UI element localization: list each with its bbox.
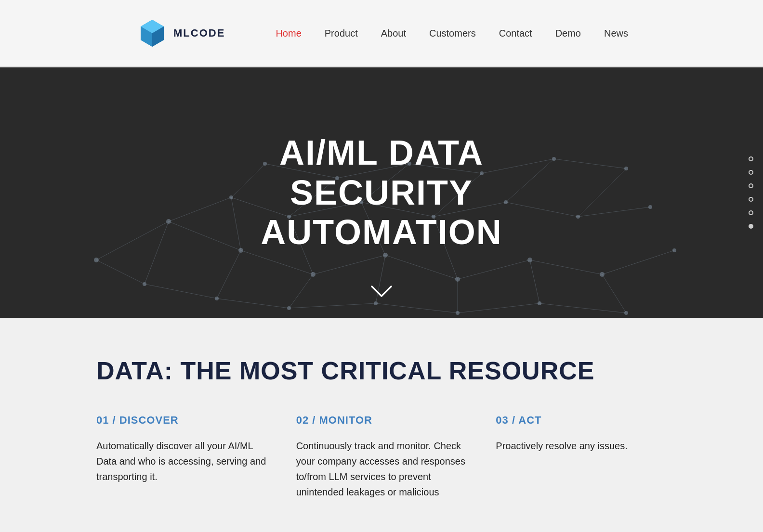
- svg-point-50: [94, 258, 99, 262]
- svg-point-56: [527, 258, 532, 262]
- slide-dot-1[interactable]: [749, 156, 753, 161]
- slide-dots: [749, 156, 753, 229]
- card-3-number: 03 / ACT: [496, 414, 667, 427]
- svg-point-63: [576, 215, 580, 219]
- hero-title: AI/ML DATA SECURITY AUTOMATION: [261, 133, 502, 252]
- main-nav: Home Product About Customers Contact Dem…: [276, 28, 628, 39]
- svg-point-75: [624, 167, 628, 170]
- svg-point-68: [552, 157, 556, 161]
- svg-point-77: [672, 248, 676, 252]
- logo-area: MLCODE: [135, 16, 225, 51]
- cards-row: 01 / DISCOVER Automatically discover all…: [96, 414, 667, 500]
- card-discover: 01 / DISCOVER Automatically discover all…: [96, 414, 267, 500]
- svg-point-62: [504, 200, 508, 204]
- section-title: DATA: THE MOST CRITICAL RESOURCE: [96, 356, 667, 385]
- svg-point-78: [624, 311, 628, 315]
- svg-point-55: [455, 277, 460, 282]
- card-1-text: Automatically discover all your AI/ML Da…: [96, 438, 267, 484]
- card-3-text: Proactively resolve any issues.: [496, 438, 667, 454]
- nav-customers[interactable]: Customers: [429, 28, 476, 39]
- svg-point-52: [238, 248, 243, 253]
- nav-about[interactable]: About: [381, 28, 406, 39]
- nav-news[interactable]: News: [604, 28, 628, 39]
- svg-point-53: [311, 272, 316, 277]
- scroll-down-chevron[interactable]: [371, 282, 392, 302]
- header: MLCODE Home Product About Customers Cont…: [0, 0, 763, 67]
- nav-home[interactable]: Home: [276, 28, 301, 39]
- logo-icon: [135, 16, 170, 51]
- svg-point-58: [229, 195, 233, 199]
- svg-point-57: [600, 272, 605, 277]
- logo-text: MLCODE: [173, 27, 225, 39]
- svg-point-73: [456, 311, 460, 315]
- nav-product[interactable]: Product: [325, 28, 358, 39]
- card-2-text: Continuously track and monitor. Check yo…: [296, 438, 467, 500]
- svg-point-69: [143, 282, 146, 286]
- card-2-number: 02 / MONITOR: [296, 414, 467, 427]
- nav-contact[interactable]: Contact: [499, 28, 532, 39]
- svg-point-51: [166, 219, 171, 224]
- slide-dot-5[interactable]: [749, 210, 753, 215]
- card-monitor: 02 / MONITOR Continuously track and moni…: [296, 414, 467, 500]
- svg-point-76: [648, 205, 652, 209]
- card-1-number: 01 / DISCOVER: [96, 414, 267, 427]
- hero-section: AI/ML DATA SECURITY AUTOMATION: [0, 67, 763, 318]
- slide-dot-3[interactable]: [749, 183, 753, 188]
- slide-dot-4[interactable]: [749, 197, 753, 202]
- hero-content: AI/ML DATA SECURITY AUTOMATION: [261, 133, 502, 252]
- card-act: 03 / ACT Proactively resolve any issues.: [496, 414, 667, 500]
- svg-point-54: [383, 253, 388, 258]
- svg-point-71: [287, 306, 291, 310]
- slide-dot-2[interactable]: [749, 170, 753, 175]
- svg-point-70: [215, 297, 219, 300]
- svg-point-74: [538, 301, 541, 305]
- slide-dot-6[interactable]: [749, 224, 753, 229]
- nav-demo[interactable]: Demo: [555, 28, 581, 39]
- content-section: DATA: THE MOST CRITICAL RESOURCE 01 / DI…: [0, 318, 763, 529]
